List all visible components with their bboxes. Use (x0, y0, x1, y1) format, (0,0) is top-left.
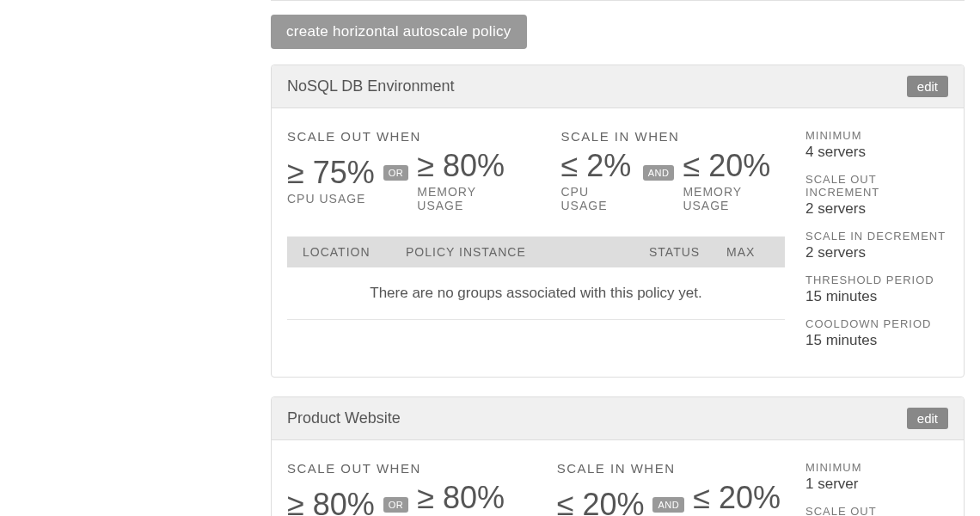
cooldown-period-label: COOLDOWN PERIOD (805, 317, 953, 330)
threshold-period-label: THRESHOLD PERIOD (805, 273, 953, 286)
policy-card: NoSQL DB Environment edit SCALE OUT WHEN… (271, 64, 965, 378)
policy-card: Product Website edit SCALE OUT WHEN ≥ 80… (271, 396, 965, 516)
scale-in-condition: SCALE IN WHEN ≤ 20% CPU USAGE AND ≤ 20% … (557, 461, 785, 516)
scale-in-label: SCALE IN WHEN (557, 461, 785, 476)
policy-title: Product Website (287, 409, 401, 427)
policy-title: NoSQL DB Environment (287, 77, 454, 95)
edit-button[interactable]: edit (907, 408, 948, 429)
scale-in-decrement-value: 2 servers (805, 244, 953, 261)
scale-in-decrement-label: SCALE IN DECREMENT (805, 230, 953, 243)
minimum-label: MINIMUM (805, 129, 953, 142)
scale-out-connector: OR (383, 497, 409, 513)
scale-out-memory-value: ≥ 80% (417, 481, 509, 515)
policy-header: Product Website edit (272, 397, 964, 440)
scale-out-cpu-value: ≥ 75% (287, 156, 375, 190)
scale-out-memory-value: ≥ 80% (417, 149, 513, 183)
scale-out-increment-label: SCALE OUT INCREMENT (805, 173, 953, 199)
scale-in-connector: AND (643, 165, 675, 181)
policy-table: LOCATION POLICY INSTANCE STATUS MAX Ther… (287, 236, 785, 320)
create-policy-button[interactable]: create horizontal autoscale policy (271, 15, 527, 49)
scale-in-memory-value: ≤ 20% (693, 481, 785, 515)
scale-out-cpu-value: ≥ 80% (287, 488, 375, 516)
table-header-status: STATUS (649, 245, 726, 259)
threshold-period-value: 15 minutes (805, 288, 953, 305)
scale-in-label: SCALE IN WHEN (560, 129, 785, 144)
scale-in-connector: AND (652, 497, 684, 513)
minimum-value: 1 server (805, 476, 953, 493)
table-header-instance: POLICY INSTANCE (406, 245, 649, 259)
scale-out-condition: SCALE OUT WHEN ≥ 75% CPU USAGE OR ≥ 80% … (287, 129, 513, 212)
scale-out-label: SCALE OUT WHEN (287, 461, 510, 476)
table-header-location: LOCATION (303, 245, 406, 259)
cpu-usage-label: CPU USAGE (560, 185, 634, 212)
minimum-label: MINIMUM (805, 461, 953, 474)
policy-header: NoSQL DB Environment edit (272, 65, 964, 108)
scale-in-memory-value: ≤ 20% (683, 149, 785, 183)
cooldown-period-value: 15 minutes (805, 332, 953, 349)
minimum-value: 4 servers (805, 144, 953, 161)
memory-usage-label: MEMORY USAGE (683, 185, 785, 212)
scale-in-cpu-value: ≤ 20% (557, 488, 645, 516)
scale-in-condition: SCALE IN WHEN ≤ 2% CPU USAGE AND ≤ 20% M… (560, 129, 785, 212)
edit-button[interactable]: edit (907, 76, 948, 97)
scale-out-increment-value: 2 servers (805, 200, 953, 218)
scale-out-label: SCALE OUT WHEN (287, 129, 513, 144)
table-header-max: MAX (726, 245, 769, 259)
scale-in-cpu-value: ≤ 2% (560, 149, 634, 183)
scale-out-increment-label: SCALE OUT INCREMENT (805, 505, 953, 516)
table-empty-message: There are no groups associated with this… (287, 267, 785, 320)
scale-out-condition: SCALE OUT WHEN ≥ 80% CPU USAGE OR ≥ 80% … (287, 461, 510, 516)
memory-usage-label: MEMORY USAGE (417, 185, 513, 212)
scale-out-connector: OR (383, 165, 409, 181)
cpu-usage-label: CPU USAGE (287, 192, 375, 206)
